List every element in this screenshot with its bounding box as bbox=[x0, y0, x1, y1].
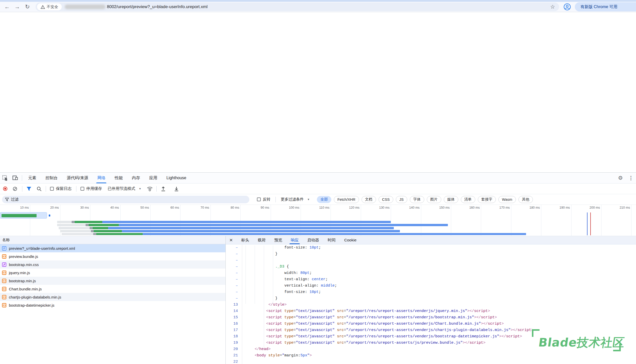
settings-gear-icon[interactable]: ⚙ bbox=[618, 175, 623, 181]
filter-chip-9[interactable]: 套接字 bbox=[478, 196, 496, 203]
reload-icon[interactable]: ↻ bbox=[22, 4, 32, 10]
filter-funnel-icon[interactable] bbox=[24, 185, 34, 193]
filter-chip-4[interactable]: JS bbox=[396, 196, 407, 203]
waterfall-bar[interactable] bbox=[72, 221, 75, 223]
devtools-tab-0[interactable]: 元素 bbox=[24, 173, 41, 183]
warning-icon bbox=[41, 5, 45, 9]
chrome-update-button[interactable]: 有新版 Chrome 可用 bbox=[575, 2, 636, 11]
request-row[interactable]: preview?_u=blade-userInfo.ureport.xml bbox=[0, 244, 225, 252]
security-chip[interactable]: 不安全 bbox=[37, 3, 62, 10]
waterfall-bar[interactable] bbox=[57, 221, 72, 223]
devtools-tab-3[interactable]: 网络 bbox=[93, 173, 110, 183]
filter-chip-7[interactable]: 媒体 bbox=[444, 196, 458, 203]
waterfall-bar[interactable] bbox=[94, 230, 122, 232]
network-overview[interactable]: 10 ms20 ms30 ms40 ms50 ms60 ms70 ms80 ms… bbox=[0, 205, 636, 236]
code-line: 15 <script type="text/javascript" src="/… bbox=[226, 314, 636, 321]
waterfall-bar[interactable] bbox=[86, 224, 89, 226]
filter-chip-3[interactable]: CSS bbox=[379, 196, 393, 203]
timeline-tick-label: 10 ms bbox=[20, 206, 29, 209]
waterfall-bar[interactable] bbox=[119, 224, 448, 226]
waterfall-bar[interactable] bbox=[90, 227, 93, 229]
response-code-viewer[interactable]: – font-size: 10pt;– }–– ._D3 {– width: 8… bbox=[226, 244, 636, 364]
forward-icon[interactable]: → bbox=[12, 4, 22, 10]
network-conditions-icon[interactable] bbox=[145, 185, 155, 193]
more-filters-button[interactable]: 更多过滤条件 bbox=[281, 197, 304, 202]
response-tab-6[interactable]: Cookie bbox=[340, 236, 361, 244]
filter-chip-0[interactable]: 全部 bbox=[317, 196, 331, 203]
bookmark-star-icon[interactable]: ☆ bbox=[550, 4, 555, 10]
request-row[interactable]: Chart.bundle.min.js bbox=[0, 285, 225, 293]
request-row[interactable]: preview.bundle.js bbox=[0, 252, 225, 260]
timeline-tick-label: 170 ms bbox=[499, 206, 510, 209]
response-tab-5[interactable]: 时间 bbox=[323, 236, 340, 244]
waterfall-bar[interactable] bbox=[93, 233, 96, 235]
import-har-icon[interactable] bbox=[158, 185, 168, 193]
filter-chip-10[interactable]: Wasm bbox=[498, 196, 516, 203]
waterfall-bar[interactable] bbox=[143, 233, 526, 235]
devtools-tabbar: 元素控制台源代码/来源网络性能内存应用Lighthouse ⚙ ⋮ bbox=[0, 173, 636, 184]
code-text: width: 80pt; bbox=[246, 270, 312, 276]
back-icon[interactable]: ← bbox=[2, 4, 12, 10]
record-icon[interactable] bbox=[3, 187, 7, 191]
filter-chip-11[interactable]: 其他 bbox=[518, 196, 533, 203]
request-row[interactable]: bootstrap-datetimepicker.js bbox=[0, 301, 225, 309]
response-tab-3[interactable]: 响应 bbox=[286, 236, 303, 244]
network-filterbar: 过滤 反转 更多过滤条件 ▼ 全部Fetch/XHR文档CSSJS字体图片媒体清… bbox=[0, 194, 636, 205]
devtools-tab-5[interactable]: 内存 bbox=[127, 173, 144, 183]
preserve-log-checkbox[interactable] bbox=[50, 187, 54, 191]
profile-button[interactable] bbox=[564, 3, 571, 10]
close-icon[interactable]: ✕ bbox=[226, 238, 237, 243]
filter-chip-1[interactable]: Fetch/XHR bbox=[334, 196, 359, 203]
filter-chip-5[interactable]: 字体 bbox=[410, 196, 424, 203]
export-har-icon[interactable] bbox=[171, 185, 182, 193]
waterfall-bar[interactable] bbox=[122, 230, 400, 232]
waterfall-bar[interactable] bbox=[108, 227, 394, 229]
response-tab-1[interactable]: 载荷 bbox=[253, 236, 270, 244]
waterfall-bar[interactable] bbox=[60, 230, 91, 232]
waterfall-bar[interactable] bbox=[62, 233, 93, 235]
request-row[interactable]: bootstrap.min.js bbox=[0, 277, 225, 285]
url-bar[interactable]: 不安全 8002/ureport/preview?_u=blade-userIn… bbox=[36, 3, 559, 11]
request-row[interactable]: jquery.min.js bbox=[0, 269, 225, 277]
request-row[interactable]: bootstrap.min.css bbox=[0, 260, 225, 269]
devtools-tab-6[interactable]: 应用 bbox=[144, 173, 162, 183]
invert-checkbox[interactable] bbox=[257, 197, 261, 201]
waterfall-bar[interactable] bbox=[91, 230, 94, 232]
clear-icon[interactable] bbox=[13, 187, 17, 191]
timeline-tick-label: 100 ms bbox=[289, 206, 299, 209]
waterfall-bar[interactable] bbox=[75, 221, 102, 223]
disable-cache-checkbox[interactable] bbox=[80, 187, 84, 191]
line-number: 16 bbox=[226, 321, 242, 327]
filter-chip-2[interactable]: 文档 bbox=[362, 196, 376, 203]
line-number: 20 bbox=[226, 346, 242, 352]
filter-chip-6[interactable]: 图片 bbox=[427, 196, 441, 203]
response-tab-4[interactable]: 启动器 bbox=[303, 236, 323, 244]
throttling-select[interactable]: 已停用节流模式 bbox=[108, 186, 135, 191]
waterfall-bar[interactable] bbox=[57, 224, 86, 226]
code-text: <body style="margin:5px"> bbox=[246, 352, 312, 359]
more-menu-icon[interactable]: ⋮ bbox=[628, 175, 633, 181]
script-icon bbox=[2, 279, 6, 283]
devtools-tab-4[interactable]: 性能 bbox=[110, 173, 127, 183]
waterfall-bar[interactable] bbox=[89, 224, 119, 226]
device-toolbar-icon[interactable] bbox=[10, 174, 20, 182]
devtools-tab-7[interactable]: Lighthouse bbox=[162, 173, 191, 183]
code-line: – font-size: 10pt; bbox=[226, 289, 636, 295]
waterfall-bar[interactable] bbox=[2, 214, 37, 217]
timeline-gridline bbox=[631, 205, 631, 236]
devtools-tab-2[interactable]: 源代码/来源 bbox=[62, 173, 93, 183]
response-tab-0[interactable]: 标头 bbox=[237, 236, 253, 244]
line-number: – bbox=[226, 244, 242, 251]
response-tab-2[interactable]: 预览 bbox=[270, 236, 286, 244]
waterfall-bar[interactable] bbox=[93, 227, 108, 229]
filter-input[interactable]: 过滤 bbox=[2, 196, 249, 203]
waterfall-bar[interactable] bbox=[102, 221, 391, 223]
inspect-element-icon[interactable] bbox=[0, 174, 10, 182]
devtools-tab-1[interactable]: 控制台 bbox=[41, 173, 62, 183]
requests-header[interactable]: 名称 bbox=[0, 236, 225, 244]
waterfall-bar[interactable] bbox=[59, 227, 90, 229]
search-icon[interactable] bbox=[34, 185, 44, 193]
waterfall-bar[interactable] bbox=[96, 233, 143, 235]
filter-chip-8[interactable]: 清单 bbox=[461, 196, 475, 203]
request-row[interactable]: chartjs-plugin-datalabels.min.js bbox=[0, 293, 225, 301]
